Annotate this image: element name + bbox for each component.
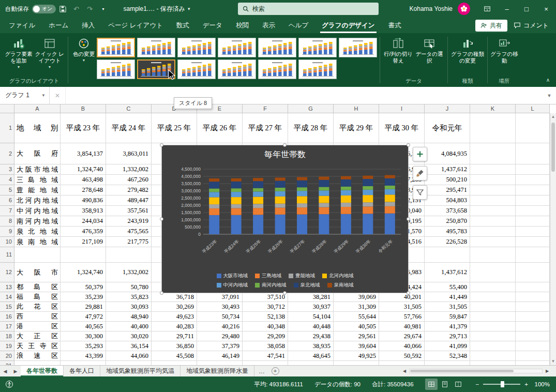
share-button[interactable]: 共有 <box>475 20 507 32</box>
cell-C1[interactable]: 平成 24 年 <box>106 113 152 143</box>
horizontal-scroll-thumb[interactable] <box>410 370 514 372</box>
col-header-K[interactable]: K <box>470 104 516 113</box>
cell-B9[interactable]: 476,359 <box>61 227 106 237</box>
cell-J10[interactable]: 226,528 <box>425 237 470 247</box>
autosave-pill[interactable]: オン <box>32 5 56 13</box>
scroll-right-icon[interactable]: ▶ <box>544 369 551 373</box>
sheet-tab-地域気象観測所平均気温[interactable]: 地域気象観測所平均気温 <box>100 366 181 376</box>
cell-D20[interactable]: 45,508 <box>152 351 197 361</box>
cell-L6[interactable] <box>516 195 550 206</box>
cell-J1[interactable]: 令和元年 <box>425 113 470 143</box>
row-header-5[interactable]: 5 <box>0 185 14 195</box>
cell-D19[interactable]: 36,850 <box>152 341 197 351</box>
chart-style-thumb-r2-6[interactable] <box>298 59 337 79</box>
cell-H15[interactable]: 31,309 <box>334 302 379 312</box>
cell-K5[interactable] <box>470 185 516 195</box>
sheet-tab-各年人口[interactable]: 各年人口 <box>64 366 100 376</box>
cell-K4[interactable] <box>470 175 516 185</box>
cell-L7[interactable] <box>516 206 550 216</box>
cell-J5[interactable]: 295,471 <box>425 185 470 195</box>
row-header-12[interactable]: 12 <box>0 263 14 282</box>
zoom-percentage[interactable]: 100% <box>532 381 550 387</box>
chart-style-thumb-r2-5[interactable] <box>258 59 296 79</box>
cell-I15[interactable]: 31,505 <box>379 302 425 312</box>
cell-C20[interactable]: 44,060 <box>106 351 152 361</box>
cell-B21[interactable] <box>61 361 106 365</box>
tab-書式[interactable]: 書式 <box>382 18 408 33</box>
undo-button[interactable]: ↶ <box>69 0 83 18</box>
status-average[interactable]: 平均: 493186.6111 <box>254 381 303 388</box>
scroll-left-icon[interactable]: ◀ <box>401 369 408 373</box>
cell-A3[interactable]: 大阪市地域 <box>14 164 61 175</box>
row-header-16[interactable]: 16 <box>0 312 14 322</box>
select-all-corner[interactable] <box>0 104 14 113</box>
cell-G18[interactable]: 29,438 <box>288 331 334 341</box>
cell-L4[interactable] <box>516 175 550 185</box>
cell-L12[interactable] <box>516 263 550 282</box>
sheet-tab-overflow[interactable]: … <box>254 366 269 376</box>
cell-B2[interactable]: 3,854,137 <box>61 143 106 164</box>
cell-C6[interactable]: 489,447 <box>106 195 152 206</box>
cell-L17[interactable] <box>516 322 550 331</box>
cell-E18[interactable]: 29,480 <box>197 331 243 341</box>
cell-F19[interactable]: 38,058 <box>243 341 288 351</box>
cell-G16[interactable]: 54,104 <box>288 312 334 322</box>
cell-B16[interactable]: 47,972 <box>61 312 106 322</box>
chart-resize-handle[interactable] <box>407 217 410 221</box>
cell-E20[interactable]: 46,149 <box>197 351 243 361</box>
cell-A9[interactable]: 泉北地域 <box>14 227 61 237</box>
cell-J19[interactable]: 41,099 <box>425 341 470 351</box>
cell-L2[interactable] <box>516 143 550 164</box>
row-header-6[interactable]: 6 <box>0 195 14 206</box>
cell-G17[interactable]: 40,448 <box>288 322 334 331</box>
cell-A21[interactable] <box>14 361 61 365</box>
cell-C14[interactable]: 35,823 <box>106 292 152 302</box>
sheet-tab-地域気象観測所降水量[interactable]: 地域気象観測所降水量 <box>181 366 254 376</box>
cell-A13[interactable]: 都島区 <box>14 282 61 292</box>
cell-K20[interactable] <box>470 351 516 361</box>
tab-ページ レイアウト[interactable]: ページ レイアウト <box>101 18 170 33</box>
cell-A19[interactable]: 天王寺区 <box>14 341 61 351</box>
row-header-7[interactable]: 7 <box>0 206 14 216</box>
cell-B5[interactable]: 278,648 <box>61 185 106 195</box>
redo-button[interactable]: ↷ <box>83 0 96 18</box>
tab-ヘルプ[interactable]: ヘルプ <box>282 18 315 33</box>
cell-L15[interactable] <box>516 302 550 312</box>
sheet-nav-right-icon[interactable]: ▶ <box>10 366 21 376</box>
cell-A2[interactable]: 大阪府 <box>14 143 61 164</box>
cell-F17[interactable]: 40,348 <box>243 322 288 331</box>
col-header-B[interactable]: B <box>61 104 106 113</box>
add-chart-element-button[interactable]: グラフ要素を追加 ▼ <box>3 35 34 70</box>
cell-J3[interactable]: 1,437,612 <box>425 164 470 175</box>
cell-C11[interactable] <box>106 247 152 263</box>
cell-A14[interactable]: 福島区 <box>14 292 61 302</box>
cell-A15[interactable]: 此花区 <box>14 302 61 312</box>
cell-K1[interactable] <box>470 113 516 143</box>
chart-resize-handle[interactable] <box>160 291 163 295</box>
scroll-up-icon[interactable]: ▲ <box>550 113 556 120</box>
cell-B20[interactable]: 43,399 <box>61 351 106 361</box>
cell-A1[interactable]: 地域別 <box>14 113 61 143</box>
cancel-entry-button[interactable]: ✕ <box>50 87 65 104</box>
tab-グラフのデザイン[interactable]: グラフのデザイン <box>315 18 381 33</box>
cell-K16[interactable] <box>470 312 516 322</box>
cell-J4[interactable]: 500,210 <box>425 175 470 185</box>
row-header-20[interactable]: 20 <box>0 351 14 361</box>
cell-A20[interactable]: 浪速区 <box>14 351 61 361</box>
change-chart-type-button[interactable]: グラフの種類の変更 <box>450 35 485 64</box>
page-layout-view-button[interactable] <box>439 379 451 390</box>
change-colors-button[interactable]: 色の変更 ▼ <box>71 35 97 63</box>
cell-B12[interactable]: 1,324,740 <box>61 263 106 282</box>
cell-A17[interactable]: 港区 <box>14 322 61 331</box>
cell-H21[interactable] <box>334 361 379 365</box>
cell-J15[interactable]: 31,505 <box>425 302 470 312</box>
cell-B10[interactable]: 217,109 <box>61 237 106 247</box>
cell-K21[interactable] <box>470 361 516 365</box>
zoom-out-button[interactable]: − <box>476 381 479 387</box>
chevron-down-icon[interactable]: ▼ <box>41 93 49 98</box>
cell-D21[interactable] <box>152 361 197 365</box>
title-chevron-icon[interactable]: ▾ <box>188 6 190 11</box>
row-header-13[interactable]: 13 <box>0 282 14 292</box>
minimize-button[interactable]: – <box>497 0 517 18</box>
cell-L14[interactable] <box>516 292 550 302</box>
